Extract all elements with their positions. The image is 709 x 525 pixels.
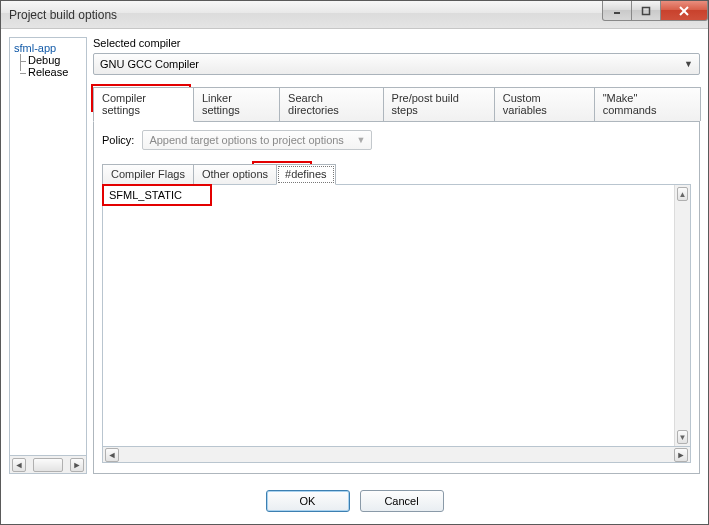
tree-item-debug[interactable]: Debug <box>22 54 82 66</box>
chevron-down-icon: ▼ <box>684 59 693 69</box>
compiler-settings-content: Policy: Append target options to project… <box>93 121 700 474</box>
scroll-thumb[interactable] <box>33 458 63 472</box>
settings-tabs: Compiler settings Linker settings Search… <box>93 87 700 474</box>
subtab-compiler-flags[interactable]: Compiler Flags <box>102 164 194 184</box>
defines-input[interactable] <box>103 185 674 446</box>
dialog-footer: OK Cancel <box>1 482 708 524</box>
cancel-button[interactable]: Cancel <box>360 490 444 512</box>
minimize-button[interactable] <box>602 1 632 21</box>
tab-linker-settings[interactable]: Linker settings <box>193 87 280 121</box>
dialog-body: sfml-app Debug Release ◄ ► Selected comp… <box>1 29 708 482</box>
svg-rect-1 <box>643 7 650 14</box>
subtab-other-options[interactable]: Other options <box>193 164 277 184</box>
chevron-down-icon: ▼ <box>356 135 365 145</box>
right-panel: Selected compiler GNU GCC Compiler ▼ Com… <box>93 37 700 474</box>
policy-label: Policy: <box>102 134 134 146</box>
compiler-select[interactable]: GNU GCC Compiler ▼ <box>93 53 700 75</box>
window-controls <box>603 1 708 21</box>
target-tree-panel: sfml-app Debug Release ◄ ► <box>9 37 87 474</box>
titlebar[interactable]: Project build options <box>1 1 708 29</box>
tab-compiler-settings[interactable]: Compiler settings <box>93 87 194 122</box>
policy-row: Policy: Append target options to project… <box>102 130 691 150</box>
scroll-left-icon[interactable]: ◄ <box>105 448 119 462</box>
tab-make-commands[interactable]: "Make" commands <box>594 87 701 121</box>
scroll-up-icon[interactable]: ▲ <box>677 187 688 201</box>
scroll-down-icon[interactable]: ▼ <box>677 430 688 444</box>
subtab-defines[interactable]: #defines <box>276 164 336 185</box>
ok-button[interactable]: OK <box>266 490 350 512</box>
tab-pre-post-build[interactable]: Pre/post build steps <box>383 87 495 121</box>
tree-horizontal-scrollbar[interactable]: ◄ ► <box>9 456 87 474</box>
tree-root[interactable]: sfml-app <box>14 42 82 54</box>
sub-tabstrip: Compiler Flags Other options #defines <box>102 164 691 184</box>
defines-horizontal-scrollbar[interactable]: ◄ ► <box>102 447 691 463</box>
main-tabstrip: Compiler settings Linker settings Search… <box>93 87 700 121</box>
scroll-right-icon[interactable]: ► <box>70 458 84 472</box>
scroll-left-icon[interactable]: ◄ <box>12 458 26 472</box>
selected-compiler-label: Selected compiler <box>93 37 700 49</box>
tree-item-release[interactable]: Release <box>22 66 82 78</box>
policy-select[interactable]: Append target options to project options… <box>142 130 372 150</box>
tab-custom-variables[interactable]: Custom variables <box>494 87 595 121</box>
window-title: Project build options <box>9 8 117 22</box>
defines-vertical-scrollbar[interactable]: ▲ ▼ <box>674 185 690 446</box>
target-tree[interactable]: sfml-app Debug Release <box>9 37 87 456</box>
project-build-options-dialog: Project build options sfml-app Debug Rel… <box>0 0 709 525</box>
compiler-value: GNU GCC Compiler <box>100 58 199 70</box>
close-button[interactable] <box>660 1 708 21</box>
tab-search-directories[interactable]: Search directories <box>279 87 383 121</box>
scroll-right-icon[interactable]: ► <box>674 448 688 462</box>
defines-editor-container: ▲ ▼ <box>102 184 691 447</box>
policy-value: Append target options to project options <box>149 134 343 146</box>
maximize-button[interactable] <box>631 1 661 21</box>
